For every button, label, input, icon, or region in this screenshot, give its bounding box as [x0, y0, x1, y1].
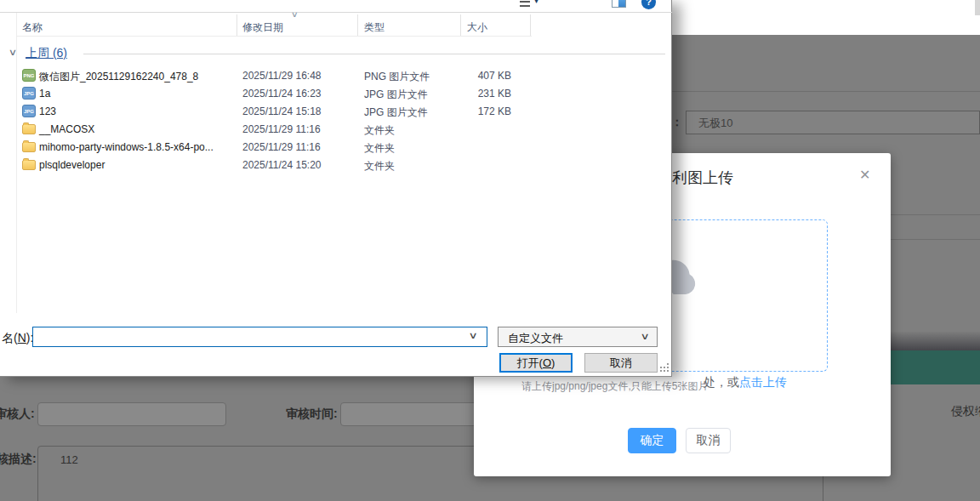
open-button-post: ) [551, 356, 555, 369]
folder-icon [22, 160, 36, 170]
dropzone-text-fragment: 处，或 [704, 375, 739, 389]
page-field-value: 无极10 [698, 116, 732, 131]
group-collapse-icon[interactable]: ∨ [9, 47, 17, 58]
filename-label-pre: 名( [2, 331, 18, 344]
open-button-mnemonic: O [543, 356, 551, 369]
file-type: 文件夹 [364, 159, 395, 174]
page-header-band [672, 0, 980, 35]
description-value: 112 [60, 453, 78, 466]
file-date: 2025/11/29 11:16 [242, 123, 321, 135]
file-type: 文件夹 [364, 123, 395, 138]
modal-title-fragment: 利图上传 [672, 168, 733, 188]
file-date: 2025/11/29 16:48 [242, 70, 322, 82]
dialog-cancel-button[interactable]: 取消 [584, 353, 658, 373]
modal-cancel-button[interactable]: 取消 [686, 428, 731, 453]
page-scrollbar[interactable] [975, 0, 980, 15]
click-to-upload-link[interactable]: 点击上传 [739, 375, 787, 389]
file-row[interactable]: mihomo-party-windows-1.8.5-x64-po... 202… [16, 139, 530, 157]
audit-time-input[interactable] [340, 402, 493, 426]
file-row[interactable]: plsqldeveloper 2025/11/24 15:20 文件夹 [16, 157, 530, 174]
sort-descending-icon: ∨ [291, 10, 299, 19]
dropzone-text: 处，或点击上传 [704, 375, 787, 390]
auditor-label: 审核人: [0, 407, 35, 422]
auditor-input[interactable] [37, 402, 226, 426]
column-separator[interactable] [530, 14, 531, 36]
filename-label: 名(N): [2, 331, 33, 346]
resize-grip[interactable] [660, 367, 662, 368]
file-size: 407 KB [460, 70, 521, 82]
column-header-name[interactable]: 名称 [22, 20, 43, 35]
file-type-filter-select[interactable]: 自定义文件 ∨ [498, 327, 658, 347]
page-divider [672, 91, 980, 92]
column-separator[interactable] [460, 14, 461, 36]
jpg-file-icon: JPG [22, 105, 36, 117]
folder-icon [22, 124, 36, 134]
file-name: 微信图片_20251129162240_478_8 [39, 70, 198, 84]
view-options-icon[interactable] [517, 0, 530, 9]
file-date: 2025/11/24 16:23 [242, 88, 322, 100]
filename-dropdown-icon[interactable]: ∨ [468, 330, 477, 341]
description-label-fragment: 核描述: [0, 452, 37, 467]
confirm-button[interactable]: 确定 [628, 428, 676, 453]
view-options-caret-icon[interactable]: ▾ [534, 0, 538, 5]
group-rule [83, 54, 665, 54]
page-row-divider [885, 239, 980, 240]
file-type: PNG 图片文件 [364, 70, 430, 84]
file-type: 文件夹 [364, 141, 395, 156]
group-header-last-week[interactable]: 上周 (6) [26, 46, 67, 61]
file-size: 172 KB [460, 105, 521, 117]
close-icon[interactable]: ✕ [859, 167, 870, 183]
page-row-divider [885, 214, 980, 215]
file-name: 1a [39, 88, 50, 100]
folder-icon [22, 142, 36, 152]
file-row[interactable]: JPG 123 2025/11/24 15:18 JPG 图片文件 172 KB [16, 103, 530, 121]
file-row[interactable]: __MACOSX 2025/11/29 11:16 文件夹 [16, 121, 530, 139]
file-type: JPG 图片文件 [364, 88, 428, 102]
file-date: 2025/11/24 15:20 [242, 159, 322, 171]
file-name: 123 [39, 105, 56, 117]
toolbar-divider [0, 12, 672, 13]
file-name: __MACOSX [39, 123, 94, 135]
column-header-size[interactable]: 大小 [467, 20, 487, 35]
png-file-icon: PNG [22, 69, 36, 82]
file-name: plsqldeveloper [39, 159, 105, 171]
filename-label-mnemonic: N [18, 331, 26, 344]
header-underline [16, 36, 532, 37]
open-button[interactable]: 打开(O) [499, 353, 573, 373]
open-file-dialog: ▾ ? 名称 修改日期 ∨ 类型 大小 ∨ 上周 (6) PNG 微信图片_20… [0, 0, 672, 377]
file-type-filter-value: 自定义文件 [508, 331, 563, 346]
page-field-label-fragment: ： [671, 115, 683, 130]
file-name: mihomo-party-windows-1.8.5-x64-po... [39, 141, 214, 153]
preview-pane-icon[interactable] [612, 0, 626, 8]
page-field-input[interactable]: 无极10 [686, 111, 980, 134]
jpg-file-icon: JPG [22, 87, 36, 100]
filename-input[interactable] [32, 327, 487, 347]
audit-time-label: 审核时间: [286, 407, 338, 422]
column-separator[interactable] [236, 14, 237, 36]
column-header-date[interactable]: 修改日期 [242, 20, 283, 35]
page-right-text-fragment: 侵权缩 [951, 404, 980, 419]
file-row[interactable]: JPG 1a 2025/11/24 16:23 JPG 图片文件 231 KB [16, 85, 530, 103]
page-section-shadow [891, 332, 980, 350]
screen: ： 无极10 侵权缩 审核人: 审核时间: 核描述: 112 利图上传 ✕ 处，… [0, 0, 980, 501]
file-row[interactable]: PNG 微信图片_20251129162240_478_8 2025/11/29… [16, 67, 530, 85]
column-separator[interactable] [357, 14, 358, 36]
file-size: 231 KB [460, 88, 521, 100]
file-type: JPG 图片文件 [364, 105, 428, 120]
upload-hint: 请上传jpg/png/jpeg文件,只能上传5张图片 [521, 379, 708, 394]
help-icon[interactable]: ? [641, 0, 656, 9]
column-header-type[interactable]: 类型 [364, 20, 385, 35]
file-date: 2025/11/24 15:18 [242, 105, 322, 117]
open-button-pre: 打开( [517, 356, 543, 369]
chevron-down-icon: ∨ [640, 331, 649, 342]
file-date: 2025/11/29 11:16 [242, 141, 321, 153]
